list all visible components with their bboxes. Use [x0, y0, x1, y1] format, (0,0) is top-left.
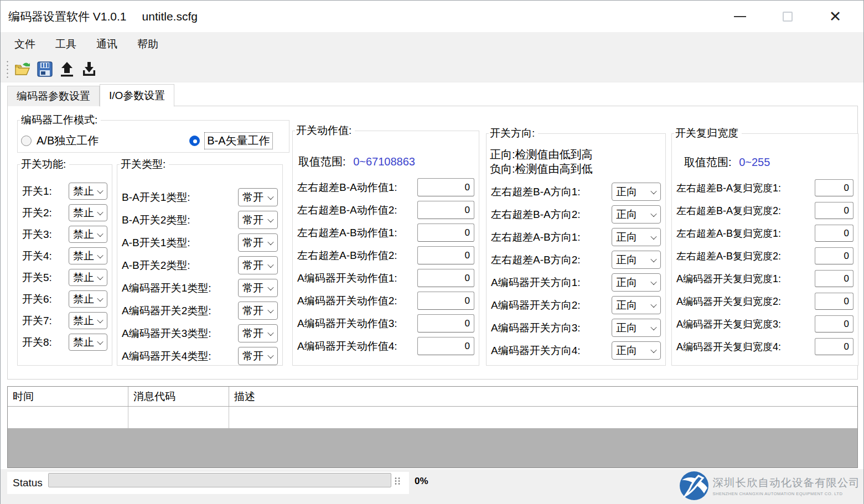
return-width-input[interactable] [815, 225, 853, 242]
group-switch-function: 开关功能: 开关1:禁止开关2:禁止开关3:禁止开关4:禁止开关5:禁止开关6:… [17, 157, 112, 366]
switch-type-select[interactable]: 常开 [238, 302, 278, 320]
switch-function-select[interactable]: 禁止 [69, 290, 107, 308]
return-width-input[interactable] [815, 293, 853, 310]
switch-type-select[interactable]: 常开 [238, 188, 278, 206]
radio-ba-vector[interactable]: B-A矢量工作 [189, 133, 272, 149]
switch-function-select[interactable]: 禁止 [69, 269, 107, 286]
action-value-label: 左右超差A-B动作值2: [297, 248, 397, 263]
group-title: 开关方向: [489, 126, 538, 141]
column-header-time[interactable]: 时间 [8, 387, 128, 406]
action-value-row: A编码器开关动作值3: [297, 314, 474, 332]
menu-communication[interactable]: 通讯 [86, 32, 127, 56]
switch-function-select[interactable]: 禁止 [69, 247, 107, 264]
switch-type-select[interactable]: 常开 [238, 347, 278, 365]
return-width-input[interactable] [815, 338, 853, 355]
action-value-input[interactable] [417, 337, 474, 355]
download-button[interactable] [80, 60, 99, 79]
message-log-table: 时间 消息代码 描述 [7, 386, 858, 468]
return-width-label: A编码器开关复归宽度2: [676, 295, 781, 308]
chevron-down-icon [97, 230, 103, 236]
window-title: 编码器设置软件 V1.0.1untitle.scfg [8, 9, 198, 24]
tab-io-params[interactable]: I/O参数设置 [100, 84, 174, 107]
radio-checked-icon [189, 136, 200, 146]
chevron-down-icon [267, 306, 273, 313]
close-button[interactable]: ✕ [811, 1, 859, 32]
action-value-input[interactable] [417, 224, 474, 242]
app-title: 编码器设置软件 V1.0.1 [8, 10, 127, 23]
open-file-icon [14, 60, 32, 78]
range-label: 取值范围: [684, 156, 732, 168]
radio-unchecked-icon [21, 136, 32, 146]
switch-function-label: 开关1: [22, 184, 52, 199]
switch-direction-select[interactable]: 正向 [612, 319, 661, 337]
return-width-row: A编码器开关复归宽度2: [676, 292, 853, 310]
range-label: 取值范围: [298, 155, 346, 168]
action-value-input[interactable] [417, 201, 474, 219]
tab-encoder-params[interactable]: 编码器参数设置 [7, 86, 100, 106]
chevron-down-icon [267, 193, 273, 199]
return-width-input[interactable] [815, 247, 853, 264]
return-width-input[interactable] [815, 179, 853, 196]
chevron-down-icon [267, 284, 273, 290]
switch-function-select[interactable]: 禁止 [69, 204, 107, 221]
switch-function-select[interactable]: 禁止 [69, 334, 107, 351]
switch-direction-label: A编码器开关方向4: [491, 344, 581, 358]
switch-direction-select-value: 正向 [616, 321, 637, 335]
open-file-button[interactable] [13, 60, 32, 79]
return-width-input[interactable] [815, 315, 853, 332]
switch-type-select[interactable]: 常开 [238, 233, 278, 252]
switch-function-label: 开关3: [22, 227, 52, 242]
switch-direction-label: A编码器开关方向1: [491, 276, 581, 290]
radio-ab-independent[interactable]: A/B独立工作 [21, 133, 99, 148]
switch-function-select[interactable]: 禁止 [69, 312, 107, 329]
switch-direction-select[interactable]: 正向 [612, 273, 661, 292]
switch-type-select[interactable]: 常开 [238, 211, 278, 229]
group-title: 开关动作值: [295, 123, 355, 138]
maximize-button[interactable] [764, 1, 811, 32]
switch-direction-select[interactable]: 正向 [612, 183, 661, 201]
switch-direction-select[interactable]: 正向 [612, 296, 661, 314]
switch-type-select-value: 常开 [242, 258, 263, 273]
switch-type-select[interactable]: 常开 [238, 324, 278, 342]
switch-function-select[interactable]: 禁止 [69, 226, 107, 243]
chevron-down-icon [97, 295, 103, 301]
minimize-button[interactable] [716, 1, 764, 32]
menu-file[interactable]: 文件 [4, 32, 45, 56]
action-value-input[interactable] [417, 246, 474, 264]
switch-type-label: A编码器开关1类型: [122, 281, 211, 295]
return-width-input[interactable] [815, 270, 853, 287]
chevron-down-icon [267, 238, 273, 245]
column-header-description[interactable]: 描述 [229, 387, 857, 406]
log-table-empty-row[interactable] [8, 407, 857, 428]
save-file-button[interactable] [35, 60, 54, 79]
action-value-row: A编码器开关动作值2: [297, 292, 474, 310]
action-value-input[interactable] [417, 178, 474, 196]
switch-type-select[interactable]: 常开 [238, 279, 278, 297]
switch-direction-select-value: 正向 [616, 276, 637, 290]
upload-button[interactable] [58, 60, 76, 79]
menu-tools[interactable]: 工具 [45, 32, 86, 56]
action-value-input[interactable] [417, 314, 474, 332]
switch-type-select[interactable]: 常开 [238, 256, 278, 274]
cell-message-code [128, 407, 229, 428]
switch-direction-select[interactable]: 正向 [612, 228, 661, 246]
switch-direction-label: A编码器开关方向3: [491, 321, 581, 335]
radio-label: B-A矢量工作 [205, 133, 272, 149]
switch-function-select[interactable]: 禁止 [69, 183, 107, 200]
return-width-row: A编码器开关复归宽度3: [676, 315, 853, 333]
switch-direction-select[interactable]: 正向 [612, 251, 661, 269]
action-value-input[interactable] [417, 269, 474, 287]
menu-help[interactable]: 帮助 [127, 32, 168, 56]
switch-direction-select-value: 正向 [616, 207, 637, 222]
switch-direction-select[interactable]: 正向 [612, 205, 661, 224]
switch-type-row: A编码器开关1类型:常开 [122, 279, 278, 297]
column-header-message-code[interactable]: 消息代码 [128, 387, 229, 406]
action-value-input[interactable] [417, 292, 474, 310]
switch-direction-select[interactable]: 正向 [612, 341, 661, 360]
toolbar-grip[interactable] [6, 60, 9, 79]
title-bar[interactable]: 编码器设置软件 V1.0.1untitle.scfg ✕ [1, 1, 863, 32]
return-width-input[interactable] [815, 202, 853, 219]
switch-function-row: 开关8:禁止 [22, 334, 107, 351]
switch-type-label: A-B开关1类型: [122, 236, 190, 250]
switch-direction-label: 左右超差B-A方向1: [491, 185, 581, 199]
